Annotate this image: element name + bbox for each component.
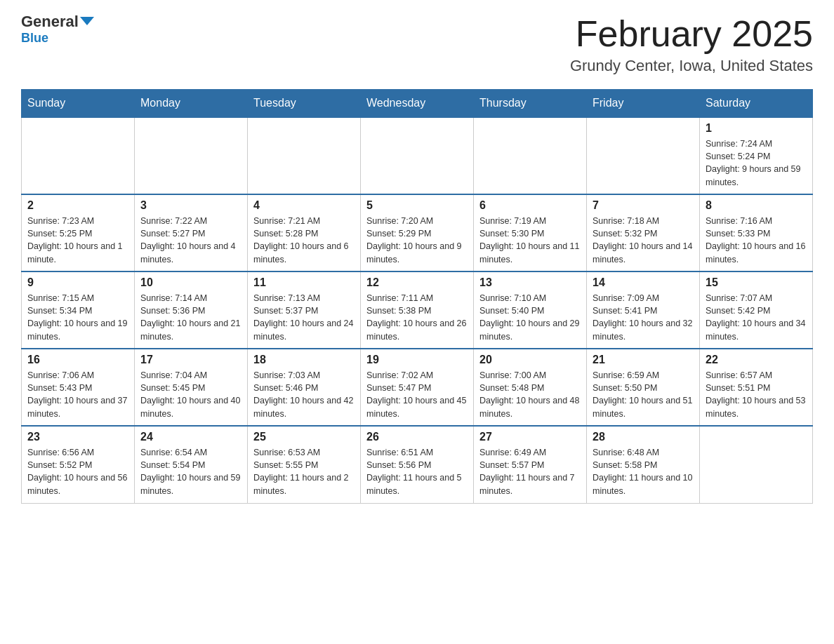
logo: General Blue (21, 14, 94, 46)
day-number: 23 (27, 431, 128, 443)
day-cell-1-2: 4Sunrise: 7:21 AM Sunset: 5:28 PM Daylig… (248, 194, 361, 271)
day-info: Sunrise: 7:14 AM Sunset: 5:36 PM Dayligh… (140, 292, 241, 343)
day-info: Sunrise: 7:02 AM Sunset: 5:47 PM Dayligh… (366, 369, 468, 420)
day-number: 10 (140, 276, 241, 289)
day-info: Sunrise: 7:21 AM Sunset: 5:28 PM Dayligh… (253, 215, 355, 266)
day-cell-1-5: 7Sunrise: 7:18 AM Sunset: 5:32 PM Daylig… (587, 194, 700, 271)
logo-triangle-icon (80, 17, 94, 25)
day-info: Sunrise: 6:51 AM Sunset: 5:56 PM Dayligh… (366, 446, 468, 497)
week-row-1: 1Sunrise: 7:24 AM Sunset: 5:24 PM Daylig… (22, 117, 813, 194)
day-number: 21 (593, 354, 694, 366)
day-cell-3-6: 22Sunrise: 6:57 AM Sunset: 5:51 PM Dayli… (700, 349, 813, 426)
day-cell-2-2: 11Sunrise: 7:13 AM Sunset: 5:37 PM Dayli… (248, 271, 361, 349)
day-number: 18 (253, 354, 355, 366)
day-info: Sunrise: 7:07 AM Sunset: 5:42 PM Dayligh… (706, 292, 807, 343)
header-saturday: Saturday (700, 90, 813, 118)
day-cell-4-3: 26Sunrise: 6:51 AM Sunset: 5:56 PM Dayli… (361, 426, 474, 503)
day-number: 12 (366, 276, 468, 289)
day-cell-3-1: 17Sunrise: 7:04 AM Sunset: 5:45 PM Dayli… (135, 349, 248, 426)
day-info: Sunrise: 7:04 AM Sunset: 5:45 PM Dayligh… (140, 369, 241, 420)
week-row-4: 16Sunrise: 7:06 AM Sunset: 5:43 PM Dayli… (22, 349, 813, 426)
day-info: Sunrise: 7:15 AM Sunset: 5:34 PM Dayligh… (27, 292, 128, 343)
day-number: 26 (366, 431, 468, 443)
header-monday: Monday (135, 90, 248, 118)
day-cell-0-0 (22, 117, 135, 194)
day-info: Sunrise: 7:16 AM Sunset: 5:33 PM Dayligh… (706, 215, 807, 266)
day-cell-2-5: 14Sunrise: 7:09 AM Sunset: 5:41 PM Dayli… (587, 271, 700, 349)
day-cell-1-4: 6Sunrise: 7:19 AM Sunset: 5:30 PM Daylig… (474, 194, 587, 271)
day-info: Sunrise: 7:00 AM Sunset: 5:48 PM Dayligh… (479, 369, 581, 420)
day-cell-2-3: 12Sunrise: 7:11 AM Sunset: 5:38 PM Dayli… (361, 271, 474, 349)
day-info: Sunrise: 7:20 AM Sunset: 5:29 PM Dayligh… (366, 215, 468, 266)
day-info: Sunrise: 7:06 AM Sunset: 5:43 PM Dayligh… (27, 369, 128, 420)
day-number: 17 (140, 354, 241, 366)
day-number: 9 (27, 276, 128, 289)
day-cell-4-4: 27Sunrise: 6:49 AM Sunset: 5:57 PM Dayli… (474, 426, 587, 503)
day-number: 15 (706, 276, 807, 289)
day-info: Sunrise: 6:59 AM Sunset: 5:50 PM Dayligh… (593, 369, 694, 420)
day-info: Sunrise: 7:10 AM Sunset: 5:40 PM Dayligh… (479, 292, 581, 343)
day-cell-3-2: 18Sunrise: 7:03 AM Sunset: 5:46 PM Dayli… (248, 349, 361, 426)
day-number: 27 (479, 431, 581, 443)
header-thursday: Thursday (474, 90, 587, 118)
day-number: 13 (479, 276, 581, 289)
day-cell-1-0: 2Sunrise: 7:23 AM Sunset: 5:25 PM Daylig… (22, 194, 135, 271)
day-number: 11 (253, 276, 355, 289)
day-cell-2-1: 10Sunrise: 7:14 AM Sunset: 5:36 PM Dayli… (135, 271, 248, 349)
week-row-2: 2Sunrise: 7:23 AM Sunset: 5:25 PM Daylig… (22, 194, 813, 271)
day-number: 1 (706, 122, 807, 135)
title-area: February 2025 Grundy Center, Iowa, Unite… (570, 14, 813, 75)
day-cell-4-5: 28Sunrise: 6:48 AM Sunset: 5:58 PM Dayli… (587, 426, 700, 503)
header-wednesday: Wednesday (361, 90, 474, 118)
day-number: 20 (479, 354, 581, 366)
day-cell-0-5 (587, 117, 700, 194)
day-number: 8 (706, 199, 807, 212)
day-info: Sunrise: 7:18 AM Sunset: 5:32 PM Dayligh… (593, 215, 694, 266)
day-cell-3-4: 20Sunrise: 7:00 AM Sunset: 5:48 PM Dayli… (474, 349, 587, 426)
header-sunday: Sunday (22, 90, 135, 118)
day-cell-4-1: 24Sunrise: 6:54 AM Sunset: 5:54 PM Dayli… (135, 426, 248, 503)
day-info: Sunrise: 6:57 AM Sunset: 5:51 PM Dayligh… (706, 369, 807, 420)
logo-blue: Blue (21, 31, 48, 46)
logo-general: General (21, 14, 94, 29)
day-info: Sunrise: 7:24 AM Sunset: 5:24 PM Dayligh… (706, 137, 807, 189)
day-cell-0-3 (361, 117, 474, 194)
day-info: Sunrise: 7:23 AM Sunset: 5:25 PM Dayligh… (27, 215, 128, 266)
day-number: 7 (593, 199, 694, 212)
day-number: 19 (366, 354, 468, 366)
day-cell-0-2 (248, 117, 361, 194)
weekday-header-row: Sunday Monday Tuesday Wednesday Thursday… (22, 90, 813, 118)
day-number: 24 (140, 431, 241, 443)
day-cell-4-0: 23Sunrise: 6:56 AM Sunset: 5:52 PM Dayli… (22, 426, 135, 503)
day-number: 5 (366, 199, 468, 212)
day-cell-3-0: 16Sunrise: 7:06 AM Sunset: 5:43 PM Dayli… (22, 349, 135, 426)
day-cell-3-3: 19Sunrise: 7:02 AM Sunset: 5:47 PM Dayli… (361, 349, 474, 426)
page-header: General Blue February 2025 Grundy Center… (21, 14, 813, 75)
day-number: 22 (706, 354, 807, 366)
day-number: 16 (27, 354, 128, 366)
week-row-5: 23Sunrise: 6:56 AM Sunset: 5:52 PM Dayli… (22, 426, 813, 503)
day-number: 6 (479, 199, 581, 212)
day-cell-2-6: 15Sunrise: 7:07 AM Sunset: 5:42 PM Dayli… (700, 271, 813, 349)
day-cell-0-4 (474, 117, 587, 194)
day-info: Sunrise: 6:48 AM Sunset: 5:58 PM Dayligh… (593, 446, 694, 497)
day-number: 28 (593, 431, 694, 443)
day-info: Sunrise: 7:03 AM Sunset: 5:46 PM Dayligh… (253, 369, 355, 420)
day-cell-0-6: 1Sunrise: 7:24 AM Sunset: 5:24 PM Daylig… (700, 117, 813, 194)
day-number: 2 (27, 199, 128, 212)
day-info: Sunrise: 6:54 AM Sunset: 5:54 PM Dayligh… (140, 446, 241, 497)
month-title: February 2025 (570, 14, 813, 54)
location: Grundy Center, Iowa, United States (570, 57, 813, 75)
day-cell-0-1 (135, 117, 248, 194)
day-info: Sunrise: 7:09 AM Sunset: 5:41 PM Dayligh… (593, 292, 694, 343)
day-info: Sunrise: 7:19 AM Sunset: 5:30 PM Dayligh… (479, 215, 581, 266)
day-cell-1-6: 8Sunrise: 7:16 AM Sunset: 5:33 PM Daylig… (700, 194, 813, 271)
day-number: 3 (140, 199, 241, 212)
day-cell-1-3: 5Sunrise: 7:20 AM Sunset: 5:29 PM Daylig… (361, 194, 474, 271)
calendar-table: Sunday Monday Tuesday Wednesday Thursday… (21, 89, 813, 504)
day-cell-1-1: 3Sunrise: 7:22 AM Sunset: 5:27 PM Daylig… (135, 194, 248, 271)
day-info: Sunrise: 7:13 AM Sunset: 5:37 PM Dayligh… (253, 292, 355, 343)
day-info: Sunrise: 7:22 AM Sunset: 5:27 PM Dayligh… (140, 215, 241, 266)
header-friday: Friday (587, 90, 700, 118)
day-info: Sunrise: 6:56 AM Sunset: 5:52 PM Dayligh… (27, 446, 128, 497)
